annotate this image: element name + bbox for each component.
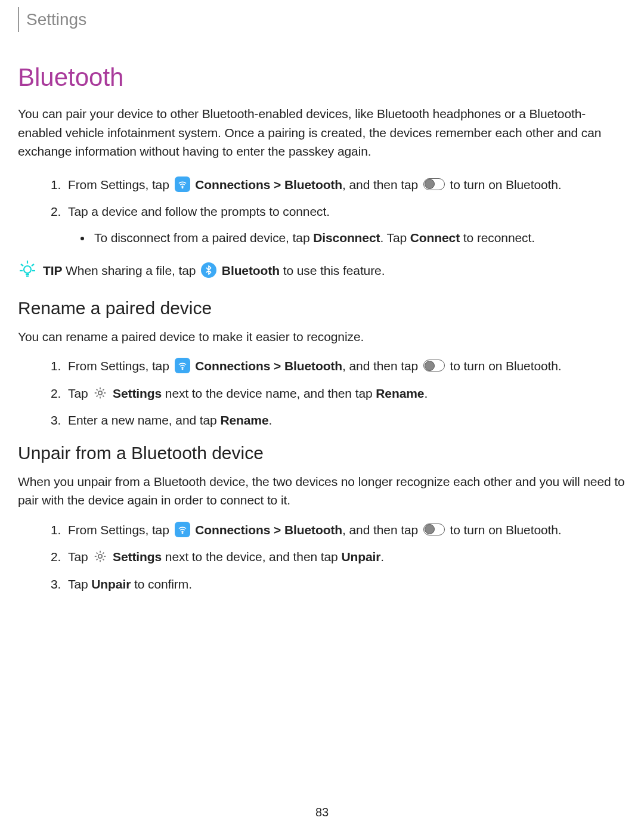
breadcrumb: Settings [18, 7, 626, 32]
settings-label: Settings [113, 550, 162, 563]
svg-point-11 [182, 532, 183, 534]
step-2-sub-item: To disconnect from a paired device, tap … [92, 228, 626, 247]
connections-path: Connections > Bluetooth [195, 523, 342, 537]
bluetooth-label: Bluetooth [222, 264, 280, 277]
connect-label: Connect [410, 231, 460, 244]
svg-point-0 [182, 187, 183, 188]
step-1: From Settings, tap Connections > Bluetoo… [64, 175, 626, 194]
rename-label: Rename [376, 386, 424, 400]
rename-intro: You can rename a paired device to make i… [18, 327, 626, 346]
svg-point-10 [98, 391, 102, 395]
toggle-off-icon [423, 178, 445, 190]
unpair-label: Unpair [91, 577, 131, 591]
main-steps: From Settings, tap Connections > Bluetoo… [18, 175, 626, 247]
unpair-step-1: From Settings, tap Connections > Bluetoo… [64, 521, 626, 540]
svg-line-3 [21, 264, 23, 266]
settings-label: Settings [113, 386, 162, 400]
wifi-icon [175, 176, 190, 192]
disconnect-label: Disconnect [313, 231, 380, 244]
svg-point-9 [182, 368, 183, 370]
svg-line-4 [32, 264, 34, 266]
gear-icon [93, 549, 107, 563]
rename-step-2: Tap Settings next to the device name, an… [64, 384, 626, 403]
svg-point-1 [24, 266, 31, 273]
unpair-step-3: Tap Unpair to confirm. [64, 575, 626, 594]
connections-path: Connections > Bluetooth [195, 359, 342, 373]
intro-paragraph: You can pair your device to other Blueto… [18, 104, 626, 161]
tip-text: TIP When sharing a file, tap Bluetooth t… [43, 259, 385, 280]
rename-step-1: From Settings, tap Connections > Bluetoo… [64, 357, 626, 376]
rename-label: Rename [220, 413, 268, 427]
lightbulb-icon [18, 259, 37, 278]
svg-point-12 [98, 555, 102, 558]
tip-block: TIP When sharing a file, tap Bluetooth t… [18, 259, 626, 280]
toggle-off-icon [423, 360, 445, 371]
gear-icon [93, 386, 107, 400]
step-2-sub: To disconnect from a paired device, tap … [68, 228, 626, 247]
unpair-label: Unpair [341, 550, 380, 563]
page-title: Bluetooth [18, 58, 626, 96]
rename-step-3: Enter a new name, and tap Rename. [64, 411, 626, 430]
rename-steps: From Settings, tap Connections > Bluetoo… [18, 357, 626, 430]
page-number: 83 [315, 803, 329, 821]
wifi-icon [175, 522, 190, 537]
rename-heading: Rename a paired device [18, 295, 626, 321]
connections-path: Connections > Bluetooth [195, 178, 342, 191]
breadcrumb-text: Settings [26, 10, 86, 29]
unpair-step-2: Tap Settings next to the device, and the… [64, 547, 626, 566]
unpair-steps: From Settings, tap Connections > Bluetoo… [18, 521, 626, 594]
unpair-heading: Unpair from a Bluetooth device [18, 439, 626, 466]
tip-label: TIP [43, 264, 62, 277]
bluetooth-icon [201, 262, 216, 278]
unpair-intro: When you unpair from a Bluetooth device,… [18, 472, 626, 510]
wifi-icon [175, 358, 190, 373]
toggle-off-icon [423, 524, 445, 535]
step-2: Tap a device and follow the prompts to c… [64, 202, 626, 247]
